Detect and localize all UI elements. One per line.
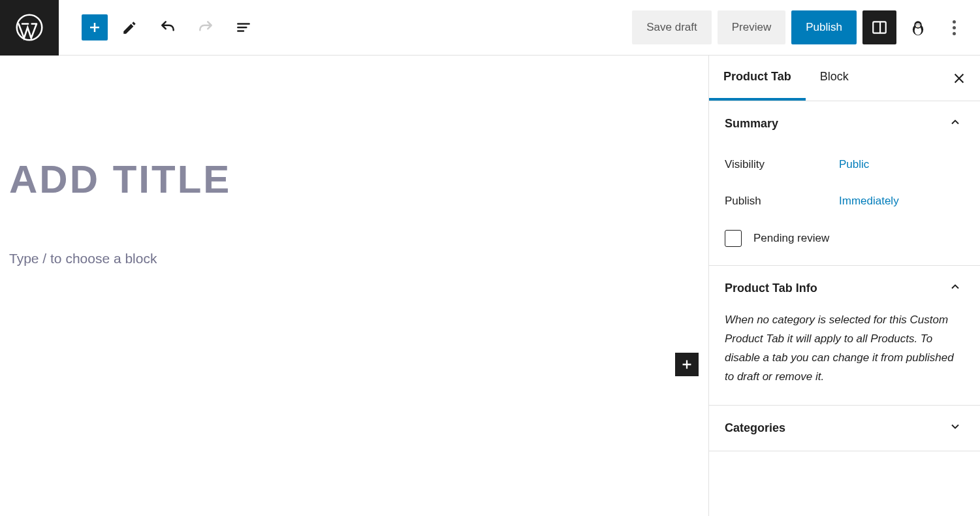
chevron-up-icon <box>949 116 962 132</box>
sidebar-icon <box>871 19 888 36</box>
row-pending-review: Pending review <box>725 219 964 247</box>
row-visibility: Visibility Public <box>725 146 964 183</box>
inline-add-block-button[interactable] <box>675 353 699 376</box>
redo-button[interactable] <box>190 12 221 43</box>
panel-product-tab-info: Product Tab Info When no category is sel… <box>709 266 980 406</box>
block-input[interactable]: Type / to choose a block <box>9 251 699 266</box>
redo-icon <box>197 19 214 36</box>
plus-icon <box>680 357 694 372</box>
penguin-icon <box>909 19 926 36</box>
publish-label: Publish <box>725 195 839 208</box>
chevron-up-icon <box>949 280 962 297</box>
more-dots-icon <box>953 20 956 24</box>
topbar: Save draft Preview Publish <box>0 0 980 56</box>
visibility-value[interactable]: Public <box>839 158 869 171</box>
undo-button[interactable] <box>152 12 183 43</box>
svg-point-6 <box>917 24 918 25</box>
svg-point-7 <box>919 24 920 25</box>
penguin-button[interactable] <box>902 12 934 43</box>
panel-title: Summary <box>725 117 778 131</box>
panel-header-summary[interactable]: Summary <box>709 101 980 146</box>
close-sidebar-button[interactable] <box>946 65 972 91</box>
editor-canvas: Add title Type / to choose a block <box>0 56 709 516</box>
wordpress-logo[interactable] <box>0 0 59 56</box>
panel-header-product-tab-info[interactable]: Product Tab Info <box>709 266 980 311</box>
panel-categories: Categories <box>709 406 980 451</box>
panel-title: Categories <box>725 421 785 435</box>
sidebar-tabs: Product Tab Block <box>709 56 980 101</box>
pending-review-checkbox[interactable] <box>725 230 742 247</box>
title-input[interactable]: Add title <box>9 157 699 202</box>
wordpress-icon <box>15 13 44 42</box>
pencil-icon <box>121 19 138 36</box>
main: Add title Type / to choose a block Produ… <box>0 56 980 516</box>
panel-title: Product Tab Info <box>725 282 817 295</box>
plus-icon <box>87 20 103 35</box>
tab-product-tab[interactable]: Product Tab <box>709 56 806 101</box>
close-icon <box>952 71 966 86</box>
panel-summary: Summary Visibility Public Publish Immedi… <box>709 101 980 266</box>
publish-value[interactable]: Immediately <box>839 195 899 208</box>
undo-icon <box>159 19 176 36</box>
toolbar-left <box>59 12 259 43</box>
settings-sidebar: Product Tab Block Summary Visibility Pub… <box>709 56 980 516</box>
row-publish: Publish Immediately <box>725 183 964 219</box>
edit-button[interactable] <box>114 12 146 43</box>
list-icon <box>235 19 252 36</box>
more-options-button[interactable] <box>940 13 968 42</box>
add-block-button[interactable] <box>82 14 108 40</box>
product-tab-info-text: When no category is selected for this Cu… <box>725 311 964 387</box>
pending-review-label[interactable]: Pending review <box>753 232 829 245</box>
tab-block[interactable]: Block <box>806 56 863 101</box>
publish-button[interactable]: Publish <box>791 10 857 44</box>
visibility-label: Visibility <box>725 158 839 171</box>
document-overview-button[interactable] <box>228 12 259 43</box>
panel-header-categories[interactable]: Categories <box>709 406 980 451</box>
settings-sidebar-toggle[interactable] <box>862 10 896 44</box>
save-draft-button[interactable]: Save draft <box>632 10 712 44</box>
preview-button[interactable]: Preview <box>718 10 785 44</box>
toolbar-right: Save draft Preview Publish <box>632 10 980 44</box>
chevron-down-icon <box>949 420 962 436</box>
